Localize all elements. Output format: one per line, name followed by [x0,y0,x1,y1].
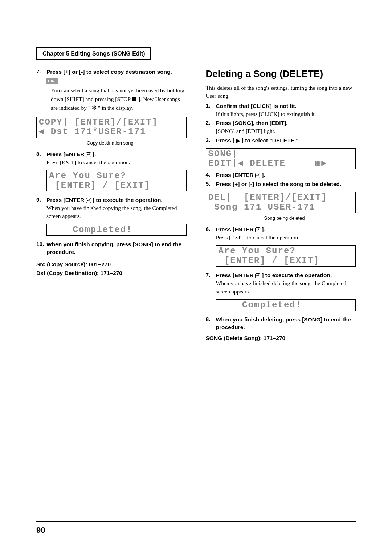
footer-rule [36,521,356,522]
step-number: 3. [206,137,216,145]
step-8: 8. When you finish deleting, press [SONG… [206,316,356,331]
step-instruction: When you finish copying, press [SONG] to… [46,241,187,256]
lcd-caption: Song being deleted [264,215,305,221]
lcd-line1: SONG| [208,149,354,159]
lcd-line1: DEL| [ENTER]/[EXIT] [208,193,354,202]
dst-range: Dst (Copy Destination): 171–270 [36,270,187,276]
step-number: 5. [206,181,216,188]
lcd-line2: [ENTER] / [EXIT] [49,181,184,190]
step-instruction: Press [ENTER ↵ ]. [216,226,356,234]
step-1: 1. Confirm that [CLICK] is not lit. If t… [206,102,356,118]
hint-badge: HINT [46,78,58,84]
caption-arrow-icon: └─ [257,215,263,220]
step-detail: When you have finished deleting the song… [216,279,356,296]
step-number: 7. [206,272,216,296]
step-7: 7. Press [ENTER ↵ ] to execute the opera… [206,272,356,296]
lcd-line2: Song 171 USER-171 [208,203,354,212]
step-7: 7. Press [+] or [-] to select copy desti… [36,68,187,76]
step-number: 7. [36,68,46,76]
lcd-line2: EDIT|◀ DELETE ▦▶ [208,159,354,168]
step-instruction: Press [ENTER ↵ ] to execute the operatio… [46,197,187,204]
two-column-layout: 7. Press [+] or [-] to select copy desti… [36,68,356,343]
step-6: 6. Press [ENTER ↵ ]. Press [EXIT] to can… [206,226,356,242]
section-intro: This deletes all of the song's settings,… [206,84,356,100]
page-number: 90 [36,526,45,535]
lcd-caption: Copy destination song [87,140,134,146]
lcd-screen-confirm: Are You Sure? [ENTER] / [EXIT] [46,170,187,191]
step-number: 1. [206,102,216,118]
step-number: 6. [206,226,216,242]
right-arrow-icon: ▶ [236,138,240,143]
step-instruction: Press [ENTER ↵ ]. [46,151,187,158]
right-column: Deleting a Song (DELETE) This deletes al… [196,68,356,343]
lcd-screen-copy-dst: COPY| [ENTER]/[EXIT] ◀ Dst 171*USER-171 [36,117,187,138]
lcd-screen-song-edit: SONG| EDIT|◀ DELETE ▦▶ [206,148,356,170]
section-title: Deleting a Song (DELETE) [206,68,356,80]
step-instruction: Press [+] or [-] to select the song to b… [216,181,356,188]
lcd-screen-completed: Completed! [46,224,187,236]
chapter-header: Chapter 5 Editing Songs (SONG Edit) [36,47,151,60]
caption-arrow-icon: └─ [79,140,85,145]
stop-icon [132,97,136,101]
lcd-line1: Are You Sure? [219,246,354,256]
step-9: 9. Press [ENTER ↵ ] to execute the opera… [36,197,187,220]
lcd-screen-confirm: Are You Sure? [ENTER] / [EXIT] [216,245,356,267]
lcd-screen-completed: Completed! [216,299,356,311]
step-detail: Press [EXIT] to cancel the operation. [216,234,356,242]
lcd-screen-del-song: DEL| [ENTER]/[EXIT] Song 171 USER-171 [206,192,356,213]
src-range: Src (Copy Source): 001–270 [36,261,187,268]
lcd-line2: Completed! [49,225,184,235]
step-instruction: Press [ENTER ↵ ]. [216,171,356,179]
step-number: 2. [206,119,216,135]
step-number: 8. [206,316,216,331]
step-10: 10. When you finish copying, press [SONG… [36,241,187,256]
lcd-line1: Are You Sure? [49,171,184,181]
step-detail: When you have finished copying the song,… [46,204,187,220]
step-5: 5. Press [+] or [-] to select the song t… [206,181,356,188]
hint-text: You can select a song that has not yet b… [51,86,187,112]
step-4: 4. Press [ENTER ↵ ]. [206,171,356,179]
manual-page: Chapter 5 Editing Songs (SONG Edit) 7. P… [0,0,392,555]
step-detail: [SONG] and [EDIT] light. [216,127,356,135]
step-instruction: Press [SONG], then [EDIT]. [216,119,356,127]
step-2: 2. Press [SONG], then [EDIT]. [SONG] and… [206,119,356,135]
lcd-line2: [ENTER] / [EXIT] [219,256,354,266]
step-instruction: When you finish deleting, press [SONG] t… [216,316,356,331]
step-number: 4. [206,171,216,179]
step-8: 8. Press [ENTER ↵ ]. Press [EXIT] to can… [36,151,187,166]
step-detail: Press [EXIT] to cancel the operation. [46,158,187,166]
step-instruction: Press [ENTER ↵ ] to execute the operatio… [216,272,356,279]
lcd-line1: COPY| [ENTER]/[EXIT] [39,118,184,127]
lcd-line2: ◀ Dst 171*USER-171 [39,127,184,137]
step-detail: If this lights, press [CLICK] to extingu… [216,110,356,118]
enter-icon: ↵ [255,227,260,232]
step-number: 8. [36,151,46,166]
step-3: 3. Press [ ▶ ] to select "DELETE." [206,137,356,145]
step-instruction: Press [ ▶ ] to select "DELETE." [216,137,356,145]
enter-icon: ↵ [255,273,260,278]
step-instruction: Press [+] or [-] to select copy destinat… [46,68,187,76]
left-column: 7. Press [+] or [-] to select copy desti… [36,68,187,343]
step-number: 10. [36,241,46,256]
step-number: 9. [36,197,46,220]
enter-icon: ↵ [255,173,260,178]
step-instruction: Confirm that [CLICK] is not lit. [216,102,356,110]
enter-icon: ↵ [86,152,91,157]
lcd-line2: Completed! [219,300,354,310]
delete-range: SONG (Delete Song): 171–270 [206,335,356,341]
enter-icon: ↵ [86,198,91,203]
